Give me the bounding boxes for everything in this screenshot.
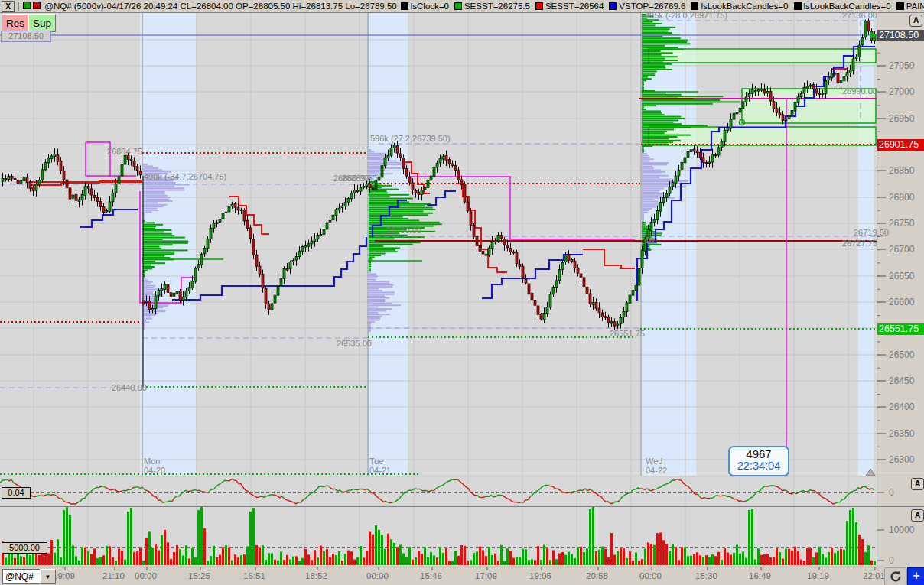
time-tick-label: 19:05 (529, 571, 551, 580)
legend-item: SESST=26564 (535, 2, 604, 11)
time-tick-label: 00:00 (366, 571, 389, 580)
time-tick-label: 15:46 (420, 571, 442, 580)
time-tick-label: 00:00 (639, 571, 662, 580)
chevron-down-icon[interactable]: ▼ (40, 569, 56, 584)
countdown-clock: 4967 22:34:04 (728, 446, 789, 476)
legend-item: lsClock=0 (401, 2, 449, 11)
price-tick-label: 26600 (889, 297, 914, 307)
price-tick-label: 26950 (889, 114, 914, 123)
volume-tick-label: 10000 (889, 525, 914, 535)
series-swatch (23, 2, 31, 9)
legend-item: SESST=26275.5 (454, 2, 530, 11)
chart-window: X @NQ# (5000v)-04/17/26 20:49:24 CL=2680… (0, 0, 924, 585)
legend-item: lsLookBackCandles=0 (691, 2, 788, 11)
level-label: 26889.50 (342, 174, 377, 183)
level-label: 490k (-34.7,26704.75) (144, 173, 226, 181)
close-icon[interactable]: X (2, 1, 15, 12)
legend-swatch (609, 2, 617, 10)
price-tick-label: 26350 (889, 429, 914, 438)
level-label: 26730.00 (386, 226, 421, 235)
price-tick-label: 26750 (889, 219, 914, 228)
title-bar: X @NQ# (5000v)-04/17/26 20:49:24 CL=2680… (0, 0, 924, 13)
time-tick-label: 17:09 (475, 571, 497, 580)
level-label: 26719.50 (854, 229, 889, 237)
price-badge: 26551.75 (877, 323, 924, 335)
legend-item: VSTOP=26769.6 (609, 2, 685, 11)
price-tick-label: 26400 (889, 402, 914, 411)
legend-swatch (794, 2, 802, 10)
price-tick-label: 26500 (889, 350, 914, 359)
price-tick-label: 26850 (889, 166, 914, 175)
osc-zero-label: 0 (889, 488, 894, 497)
time-tick-label: 19:09 (53, 571, 75, 580)
price-tick-label: 26800 (889, 193, 914, 202)
current-price-label-left: 27108.50 (1, 31, 51, 42)
level-label: 1d (645, 236, 654, 245)
level-label: 26535.00 (337, 340, 372, 348)
plus-button[interactable]: + (907, 567, 924, 585)
legend-item: lsLookBackCandles=0 (794, 2, 891, 11)
support-button[interactable]: Sup (28, 14, 56, 32)
refresh-button[interactable] (884, 567, 907, 585)
level-label: 26551.75 (610, 330, 645, 338)
autoscale-button[interactable]: A (911, 478, 924, 490)
time-tick-label: 18:52 (305, 571, 327, 580)
volume-threshold-label: 5000.00 (2, 542, 47, 554)
symbol-combo[interactable]: @NQ# ▼ (2, 569, 56, 584)
level-label: 26990.00 (842, 87, 877, 96)
clock-count: 4967 (730, 447, 788, 460)
indicator-legend: lsClock=0 SESST=26275.5 SESST=26564 VSTO… (401, 2, 924, 11)
symbol-combo-value[interactable]: @NQ# (2, 569, 40, 584)
time-tick-label: 21:10 (102, 571, 125, 580)
series-swatch (33, 2, 41, 9)
price-tick-label: 26650 (889, 271, 914, 281)
level-label: 26884.75 (107, 148, 142, 156)
time-tick-label: 19:19 (807, 571, 829, 580)
time-tick-label: 20:58 (586, 571, 608, 580)
osc-value-label: 0.04 (2, 487, 31, 499)
autoscale-button[interactable]: A (909, 15, 922, 27)
volume-tick-label: 0 (889, 556, 894, 565)
resistance-button[interactable]: Res (2, 14, 29, 32)
time-tick-label: 16:51 (243, 571, 265, 580)
legend-swatch (401, 2, 408, 10)
level-label: 596k (27.2,26739.50) (370, 135, 451, 143)
price-tick-label: 26300 (889, 455, 914, 464)
refresh-icon (889, 570, 903, 583)
clock-time: 22:34:04 (730, 460, 788, 472)
price-badge: 27108.50 (877, 30, 924, 41)
time-tick-label: 22:01 (863, 571, 885, 580)
legend-swatch (535, 2, 543, 10)
legend-swatch (691, 2, 698, 10)
symbol-status-text: @NQ# (5000v)-04/17/26 20:49:24 CL=26804.… (44, 2, 397, 11)
autoscale-button[interactable]: A (911, 509, 924, 522)
time-tick-label: 16:49 (749, 571, 771, 580)
legend-swatch (896, 2, 904, 10)
price-tick-label: 26450 (889, 376, 914, 385)
legend-item: PAINT FALSE (896, 2, 924, 11)
time-tick-label: 15:30 (695, 571, 717, 580)
level-label: 26440.00 (112, 384, 147, 392)
price-tick-label: 26700 (889, 245, 914, 254)
series-swatches (23, 2, 41, 11)
session-label: Wed04-22 (646, 457, 667, 475)
price-badge: 26901.75 (877, 139, 924, 151)
legend-swatch (454, 2, 462, 10)
time-tick-label: 00:00 (135, 571, 157, 580)
level-label: 26727.75 (842, 239, 877, 248)
price-tick-label: 27000 (889, 87, 914, 96)
price-tick-label: 27050 (889, 61, 914, 70)
session-label: Mon04-20 (144, 457, 165, 475)
session-label: Tue04-21 (369, 457, 391, 475)
chart-canvas[interactable] (0, 0, 924, 585)
time-tick-label: 15:25 (188, 571, 210, 580)
titlebar-separator (18, 2, 19, 11)
